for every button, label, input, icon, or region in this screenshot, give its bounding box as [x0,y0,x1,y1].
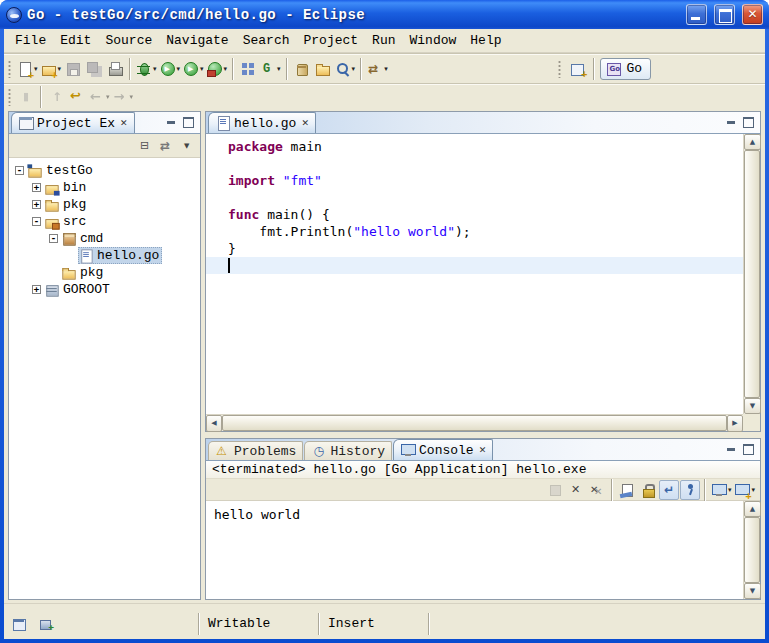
tab-hello-go[interactable]: hello.go ✕ [208,112,316,133]
open-folder-icon[interactable] [313,57,333,81]
run-icon[interactable]: ▾ [159,57,182,81]
new-go-type-icon[interactable]: ▾ [259,57,282,81]
clear-console-icon[interactable] [617,480,637,500]
close-view-icon[interactable]: ✕ [479,445,487,455]
fast-view-icon[interactable] [10,612,30,636]
code-line[interactable] [206,155,743,172]
chevron-down-icon: ▾ [384,64,388,74]
scroll-lock-icon[interactable] [638,480,658,500]
last-edit-location-icon[interactable] [67,85,87,109]
scroll-right-icon[interactable]: ▶ [727,415,743,432]
tree-item-testgo[interactable]: -testGo [9,162,200,179]
menu-item-file[interactable]: File [8,31,53,50]
show-view-icon[interactable] [36,612,56,636]
console-output[interactable]: hello world [206,501,743,599]
minimize-view-icon[interactable] [162,115,179,130]
scrollbar-thumb[interactable] [744,517,760,583]
maximize-button[interactable] [714,4,735,25]
new-go-element-icon[interactable]: ▾ [40,57,63,81]
tree-item-src[interactable]: -src [9,213,200,230]
team-synchronize-icon[interactable]: ▾ [366,57,389,81]
print-icon[interactable] [105,57,125,81]
view-menu-icon[interactable] [178,134,198,158]
expander-minus-icon[interactable]: - [32,217,41,226]
code-line[interactable] [206,257,743,274]
open-perspective-icon [570,61,586,77]
scroll-up-icon[interactable]: ▲ [744,134,761,150]
external-tools-icon[interactable]: ▾ [206,57,229,81]
tree-item-bin[interactable]: +bin [9,179,200,196]
search-icon[interactable]: ▾ [334,57,357,81]
collapse-all-icon[interactable] [136,134,156,158]
code-line[interactable]: } [206,240,743,257]
menu-item-search[interactable]: Search [236,31,297,50]
maximize-view-icon[interactable] [740,115,757,130]
explorer-tab-label: Project Ex [37,116,115,131]
tree-item-pkg[interactable]: +pkg [9,196,200,213]
code-line[interactable]: fmt.Println("hello world"); [206,223,743,240]
editor-vertical-scrollbar[interactable]: ▲ ▼ [743,134,760,414]
open-console-icon[interactable]: ▾ [733,480,756,500]
scrollbar-thumb[interactable] [744,150,760,398]
remove-all-launches-icon[interactable] [587,480,607,500]
minimize-view-icon[interactable] [722,442,739,457]
tab-problems[interactable]: Problems [208,441,303,460]
expander-minus-icon[interactable]: - [49,234,58,243]
code-line[interactable]: package main [206,138,743,155]
menu-item-help[interactable]: Help [463,31,508,50]
console-vertical-scrollbar[interactable]: ▲ ▼ [743,501,760,599]
menu-item-navigate[interactable]: Navigate [159,31,235,50]
titlebar[interactable]: Go - testGo/src/cmd/hello.go - Eclipse [0,0,769,29]
code-line[interactable] [206,189,743,206]
minimize-button[interactable] [686,4,707,25]
minimize-view-icon[interactable] [722,115,739,130]
close-editor-icon[interactable]: ✕ [301,118,309,128]
tab-history[interactable]: History [304,441,392,460]
tree-item-label: cmd [77,230,106,247]
code-area[interactable]: package mainimport "fmt"func main() { fm… [206,134,743,414]
tree-item-hello-go[interactable]: hello.go [9,247,200,264]
expander-minus-icon[interactable]: - [15,166,24,175]
word-wrap-icon[interactable] [659,480,679,500]
tree-item-pkg[interactable]: pkg [9,264,200,281]
new-wizard-icon[interactable]: ▾ [16,57,39,81]
toolbar-grip[interactable] [8,88,11,106]
scrollbar-thumb[interactable] [222,415,727,431]
debug-icon[interactable]: ▾ [135,57,158,81]
import-archive-icon[interactable] [292,57,312,81]
close-view-icon[interactable]: ✕ [120,118,128,128]
scroll-up-icon[interactable]: ▲ [744,501,761,517]
pin-console-icon[interactable] [680,480,700,500]
perspective-bar-grip[interactable] [558,60,561,78]
scroll-left-icon[interactable]: ◀ [206,415,222,432]
tree-item-cmd[interactable]: -cmd [9,230,200,247]
tree-item-goroot[interactable]: +GOROOT [9,281,200,298]
expander-plus-icon[interactable]: + [32,200,41,209]
menu-item-run[interactable]: Run [365,31,402,50]
expander-plus-icon[interactable]: + [32,183,41,192]
open-perspective-button[interactable] [568,57,588,81]
maximize-view-icon[interactable] [740,442,757,457]
menu-item-project[interactable]: Project [296,31,365,50]
new-go-package-icon[interactable] [238,57,258,81]
code-line[interactable]: import "fmt" [206,172,743,189]
menu-item-window[interactable]: Window [403,31,464,50]
package-icon [61,231,76,246]
run-last-launched-icon[interactable]: ▾ [182,57,205,81]
menu-item-edit[interactable]: Edit [53,31,98,50]
scroll-down-icon[interactable]: ▼ [744,398,761,414]
code-line[interactable]: func main() { [206,206,743,223]
menu-item-source[interactable]: Source [98,31,159,50]
expander-plus-icon[interactable]: + [32,285,41,294]
display-selected-console-icon[interactable]: ▾ [710,480,733,500]
go-perspective-button[interactable]: Go [600,58,651,80]
tab-console[interactable]: Console✕ [393,439,493,460]
maximize-view-icon[interactable] [180,115,197,130]
close-button[interactable] [742,4,763,25]
remove-launch-icon[interactable] [566,480,586,500]
editor-horizontal-scrollbar[interactable]: ◀ ▶ [206,414,743,431]
tab-project-explorer[interactable]: Project Ex ✕ [11,112,135,133]
link-with-editor-icon[interactable] [157,134,177,158]
scroll-down-icon[interactable]: ▼ [744,583,761,599]
toolbar-grip[interactable] [8,60,11,78]
